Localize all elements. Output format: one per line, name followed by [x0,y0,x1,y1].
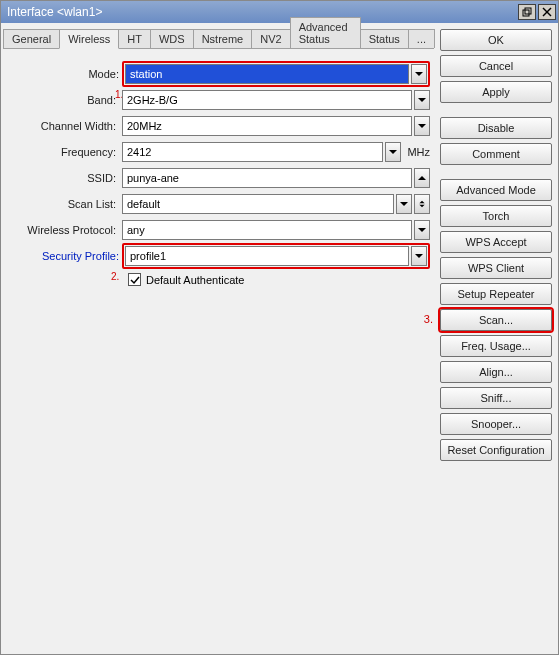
window-title: Interface <wlan1> [7,5,518,19]
band-dropdown-arrow[interactable] [414,90,430,110]
svg-marker-12 [418,228,426,232]
tab-ht[interactable]: HT [118,29,151,48]
mode-dropdown-arrow[interactable] [411,64,427,84]
ssid-label: SSID: [7,172,122,184]
ok-button[interactable]: OK [440,29,552,51]
window-controls [518,4,556,20]
security-profile-dropdown[interactable]: profile1 [125,246,409,266]
comment-button[interactable]: Comment [440,143,552,165]
svg-marker-7 [389,150,397,154]
tab-status[interactable]: Status [360,29,409,48]
close-button[interactable] [538,4,556,20]
annotation-3: 3. [424,313,433,325]
tab-wireless[interactable]: Wireless [59,29,119,49]
svg-marker-8 [418,176,426,180]
scan-list-dropdown-arrow[interactable] [396,194,412,214]
tab-bar: General Wireless HT WDS Nstreme NV2 Adva… [3,27,434,49]
ssid-toggle-arrow[interactable] [414,168,430,188]
apply-button[interactable]: Apply [440,81,552,103]
svg-rect-1 [525,8,531,14]
svg-marker-11 [419,205,424,208]
scan-button[interactable]: Scan... [440,309,552,331]
advanced-mode-button[interactable]: Advanced Mode [440,179,552,201]
svg-marker-6 [418,124,426,128]
svg-marker-13 [415,254,423,258]
svg-marker-10 [419,201,424,204]
align-button[interactable]: Align... [440,361,552,383]
tab-nstreme[interactable]: Nstreme [193,29,253,48]
channel-width-dropdown-arrow[interactable] [414,116,430,136]
svg-marker-4 [415,72,423,76]
scan-list-label: Scan List: [7,198,122,210]
annotation-2: 2. [111,271,119,282]
frequency-label: Frequency: [7,146,122,158]
scan-list-updown[interactable] [414,194,430,214]
freq-usage-button[interactable]: Freq. Usage... [440,335,552,357]
restore-button[interactable] [518,4,536,20]
frequency-dropdown-arrow[interactable] [385,142,401,162]
band-label: Band: [7,94,122,106]
wps-accept-button[interactable]: WPS Accept [440,231,552,253]
svg-rect-0 [523,10,529,16]
tab-advanced-status[interactable]: Advanced Status [290,17,361,48]
titlebar: Interface <wlan1> [1,1,558,23]
svg-marker-5 [418,98,426,102]
mode-label: Mode: [10,68,125,80]
channel-width-dropdown[interactable]: 20MHz [122,116,412,136]
torch-button[interactable]: Torch [440,205,552,227]
wireless-protocol-dropdown-arrow[interactable] [414,220,430,240]
frequency-dropdown[interactable]: 2412 [122,142,383,162]
scan-list-dropdown[interactable]: default [122,194,394,214]
frequency-unit: MHz [403,146,430,158]
reset-configuration-button[interactable]: Reset Configuration [440,439,552,461]
mode-dropdown[interactable]: station [125,64,409,84]
disable-button[interactable]: Disable [440,117,552,139]
svg-marker-9 [400,202,408,206]
channel-width-label: Channel Width: [7,120,122,132]
ssid-input[interactable] [122,168,412,188]
tab-more[interactable]: ... [408,29,435,48]
wireless-protocol-label: Wireless Protocol: [7,224,122,236]
snooper-button[interactable]: Snooper... [440,413,552,435]
sniff-button[interactable]: Sniff... [440,387,552,409]
security-profile-dropdown-arrow[interactable] [411,246,427,266]
tab-wds[interactable]: WDS [150,29,194,48]
default-authenticate-label: Default Authenticate [146,274,244,286]
band-dropdown[interactable]: 2GHz-B/G [122,90,412,110]
default-authenticate-checkbox[interactable] [128,273,141,286]
tab-general[interactable]: General [3,29,60,48]
security-profile-label: Security Profile: [10,250,125,262]
wps-client-button[interactable]: WPS Client [440,257,552,279]
tab-nv2[interactable]: NV2 [251,29,290,48]
setup-repeater-button[interactable]: Setup Repeater [440,283,552,305]
cancel-button[interactable]: Cancel [440,55,552,77]
wireless-protocol-dropdown[interactable]: any [122,220,412,240]
